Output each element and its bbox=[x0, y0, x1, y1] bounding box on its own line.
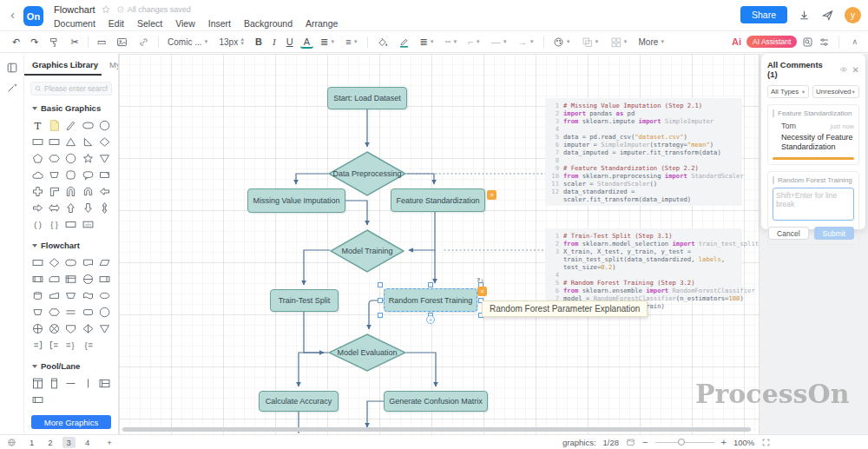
back-icon[interactable]: ‹ bbox=[10, 7, 15, 22]
search-input[interactable] bbox=[44, 84, 108, 93]
shape-paper-tape[interactable] bbox=[80, 287, 96, 304]
redo-icon[interactable]: ↷ bbox=[27, 35, 42, 50]
shape-brace-left[interactable]: { bbox=[80, 337, 96, 353]
shape-internal-storage[interactable] bbox=[62, 271, 79, 287]
theme-icon[interactable]: ▼ bbox=[549, 35, 575, 50]
shape-or-junction[interactable] bbox=[80, 271, 96, 287]
shape-pool-vertical[interactable] bbox=[30, 375, 46, 392]
bold-icon[interactable]: B bbox=[252, 35, 266, 49]
section-header-flowchart[interactable]: Flowchart bbox=[24, 233, 118, 253]
shape-pen[interactable] bbox=[62, 117, 79, 134]
shape-lane-horizontal[interactable] bbox=[30, 392, 46, 408]
shape-arrow-left[interactable] bbox=[96, 183, 113, 200]
shape-parallelogram[interactable] bbox=[96, 254, 113, 271]
shape-database[interactable] bbox=[30, 287, 46, 304]
shape-speech-bubble[interactable] bbox=[80, 167, 96, 183]
shape-rectangle[interactable] bbox=[46, 134, 62, 150]
more[interactable]: More▼ bbox=[635, 36, 668, 49]
page-tab-2[interactable]: 2 bbox=[43, 437, 56, 448]
connector[interactable] bbox=[367, 401, 384, 427]
shape-divider-horizontal[interactable] bbox=[62, 375, 79, 392]
eraser-icon[interactable]: ✂ bbox=[67, 35, 82, 50]
node-feature-standardization[interactable]: Feature Standardization bbox=[391, 188, 485, 212]
node-model-training[interactable]: Model Training bbox=[330, 229, 404, 273]
menu-view[interactable]: View bbox=[175, 18, 195, 29]
shape-pentagon[interactable] bbox=[30, 150, 46, 167]
shape-extract[interactable] bbox=[96, 320, 113, 337]
shape-delay[interactable] bbox=[96, 271, 113, 287]
node-calculate-accuracy[interactable]: Calculate Accuracy bbox=[259, 391, 339, 412]
diagram-canvas[interactable]: ProcessOn Start: Load DatasetData Prepro… bbox=[119, 54, 868, 434]
horizontal-scrollbar[interactable] bbox=[122, 427, 751, 432]
shape-preparation[interactable] bbox=[46, 304, 62, 320]
filter-status-select[interactable]: Unresolved▼ bbox=[812, 85, 859, 98]
line-endpoint-icon[interactable]: —▼ bbox=[488, 35, 511, 49]
font-family[interactable]: Comic ...▼ bbox=[164, 36, 212, 49]
add-page-button[interactable]: + bbox=[102, 437, 116, 448]
line-color-icon[interactable] bbox=[395, 35, 413, 50]
connector-style-icon[interactable]: ⌐▼ bbox=[464, 35, 483, 49]
document-title[interactable]: Flowchart bbox=[54, 4, 95, 15]
line-spacing-icon[interactable]: ≣▼ bbox=[317, 35, 339, 50]
font-color-icon[interactable]: A bbox=[300, 35, 313, 49]
menu-arrange[interactable]: Arrange bbox=[306, 18, 338, 29]
shape-annotation-left[interactable] bbox=[46, 337, 62, 353]
connector[interactable] bbox=[304, 250, 330, 285]
send-icon[interactable] bbox=[821, 9, 834, 22]
shape-diamond[interactable] bbox=[96, 134, 113, 150]
shape-arch[interactable] bbox=[62, 183, 79, 200]
shape-text[interactable]: T bbox=[30, 117, 46, 134]
shape-lane-vertical[interactable] bbox=[46, 375, 62, 392]
shape-circle[interactable] bbox=[62, 150, 79, 167]
selection-handle[interactable] bbox=[378, 313, 383, 318]
shape-circle[interactable] bbox=[96, 117, 113, 134]
shape-divider-vertical[interactable] bbox=[80, 375, 96, 392]
text-align-icon[interactable]: ≡▼ bbox=[342, 35, 361, 49]
connector[interactable] bbox=[296, 174, 328, 184]
connector[interactable] bbox=[304, 312, 324, 353]
shape-arrow-updown[interactable] bbox=[96, 200, 113, 216]
fill-color-icon[interactable] bbox=[373, 35, 391, 50]
zoom-slider[interactable] bbox=[655, 442, 714, 443]
shape-search[interactable] bbox=[30, 82, 112, 96]
rotate-handle-icon[interactable]: ↻ bbox=[477, 276, 483, 286]
shape-decision[interactable] bbox=[46, 254, 62, 271]
shape-horseshoe[interactable] bbox=[80, 183, 96, 200]
shape-or-circle[interactable] bbox=[46, 320, 62, 337]
ai-logo-icon[interactable]: Ai bbox=[732, 36, 741, 47]
code-block-training[interactable]: 1# Train-Test Split (Step 3.1)2from skle… bbox=[545, 228, 742, 300]
shape-cloud[interactable] bbox=[30, 167, 46, 183]
page-tab-1[interactable]: 1 bbox=[25, 437, 38, 448]
section-header-basic-graphics[interactable]: Basic Graphics bbox=[24, 96, 118, 116]
shape-display[interactable] bbox=[62, 320, 79, 337]
node-random-forest-training[interactable]: Random Forest Training bbox=[384, 288, 477, 312]
page-tab-4[interactable]: 4 bbox=[81, 437, 94, 448]
comment-input[interactable] bbox=[773, 188, 854, 221]
favorite-star-icon[interactable] bbox=[101, 4, 111, 15]
shape-terminator[interactable] bbox=[62, 254, 79, 271]
menu-select[interactable]: Select bbox=[137, 18, 162, 29]
insert-image-icon[interactable] bbox=[113, 35, 131, 50]
shape-summing-junction[interactable] bbox=[30, 320, 46, 337]
connector[interactable] bbox=[299, 353, 328, 386]
connector[interactable] bbox=[345, 201, 367, 225]
comment-thread[interactable]: Feature Standardization Tom just now Nec… bbox=[767, 104, 859, 165]
format-painter-icon[interactable] bbox=[45, 35, 63, 50]
shape-sticky-note[interactable] bbox=[46, 117, 62, 134]
menu-document[interactable]: Document bbox=[54, 18, 95, 29]
selection-handle[interactable] bbox=[428, 282, 433, 287]
panel-layout-icon[interactable] bbox=[6, 62, 18, 74]
user-avatar[interactable]: y bbox=[845, 7, 861, 23]
shape-merge[interactable] bbox=[30, 304, 46, 320]
undo-icon[interactable]: ↶ bbox=[9, 35, 23, 50]
node-generate-confusion-matrix[interactable]: Generate Confusion Matrix bbox=[384, 391, 488, 412]
download-icon[interactable] bbox=[798, 9, 811, 22]
submit-button[interactable]: Submit bbox=[814, 227, 854, 240]
shape-pool-horizontal[interactable] bbox=[96, 375, 113, 392]
zoom-in-button[interactable]: + bbox=[721, 437, 727, 447]
eye-icon[interactable] bbox=[839, 65, 848, 74]
section-header-pool-lane[interactable]: Pool/Lane bbox=[24, 353, 118, 373]
code-block-preprocessing[interactable]: 1# Missing Value Imputation (Step 2.1)2i… bbox=[545, 98, 742, 206]
node-train-test-split[interactable]: Train-Test Split bbox=[270, 289, 339, 312]
shape-decision-2[interactable] bbox=[80, 320, 96, 337]
